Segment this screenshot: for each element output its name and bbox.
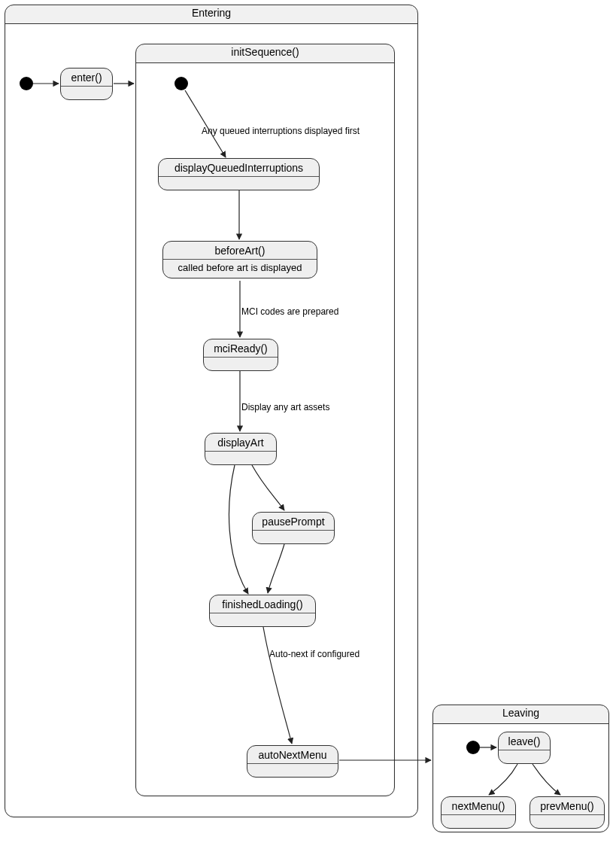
state-displayart-body [205, 452, 276, 464]
state-mciready: mciReady() [203, 339, 278, 371]
state-displayqueuedinterruptions-title: displayQueuedInterruptions [159, 159, 319, 176]
state-nextmenu-body [442, 815, 515, 828]
state-autonextmenu: autoNextMenu [247, 745, 338, 778]
state-leave-title: leave() [499, 732, 550, 750]
state-displayart-title: displayArt [205, 434, 276, 451]
state-pauseprompt-body [253, 531, 334, 543]
state-enter-title: enter() [61, 68, 112, 86]
container-entering-title: Entering [5, 7, 417, 22]
state-finishedloading: finishedLoading() [209, 595, 316, 627]
state-displayart: displayArt [205, 433, 277, 465]
state-enter: enter() [60, 68, 113, 100]
state-enter-body [61, 87, 112, 99]
state-finishedloading-title: finishedLoading() [210, 595, 315, 613]
state-nextmenu: nextMenu() [441, 796, 516, 829]
start-leaving [466, 741, 480, 754]
state-autonextmenu-title: autoNextMenu [247, 746, 338, 763]
state-displayqueuedinterruptions-body [159, 177, 319, 190]
state-pauseprompt: pausePrompt [252, 512, 335, 544]
start-entering [20, 77, 33, 90]
state-prevmenu: prevMenu() [530, 796, 605, 829]
start-initsequence [174, 77, 188, 90]
state-prevmenu-title: prevMenu() [530, 797, 604, 814]
state-beforeart: beforeArt() called before art is display… [162, 241, 317, 278]
container-initsequence-title: initSequence() [136, 46, 394, 61]
state-pauseprompt-title: pausePrompt [253, 513, 334, 530]
state-prevmenu-body [530, 815, 604, 828]
state-mciready-body [204, 358, 278, 370]
state-beforeart-body: called before art is displayed [163, 260, 317, 278]
edge-label-queued: Any queued interruptions displayed first [202, 126, 360, 136]
edge-label-art: Display any art assets [241, 402, 329, 412]
container-initsequence: initSequence() [135, 44, 395, 796]
edge-label-mci: MCI codes are prepared [241, 306, 338, 317]
state-nextmenu-title: nextMenu() [442, 797, 515, 814]
edge-label-autonext: Auto-next if configured [269, 649, 360, 659]
container-leaving-title: Leaving [433, 707, 608, 722]
state-displayqueuedinterruptions: displayQueuedInterruptions [158, 158, 320, 190]
state-mciready-title: mciReady() [204, 339, 278, 357]
state-leave-body [499, 750, 550, 763]
state-autonextmenu-body [247, 764, 338, 777]
state-finishedloading-body [210, 613, 315, 626]
state-leave: leave() [498, 732, 551, 764]
state-beforeart-title: beforeArt() [163, 242, 317, 259]
